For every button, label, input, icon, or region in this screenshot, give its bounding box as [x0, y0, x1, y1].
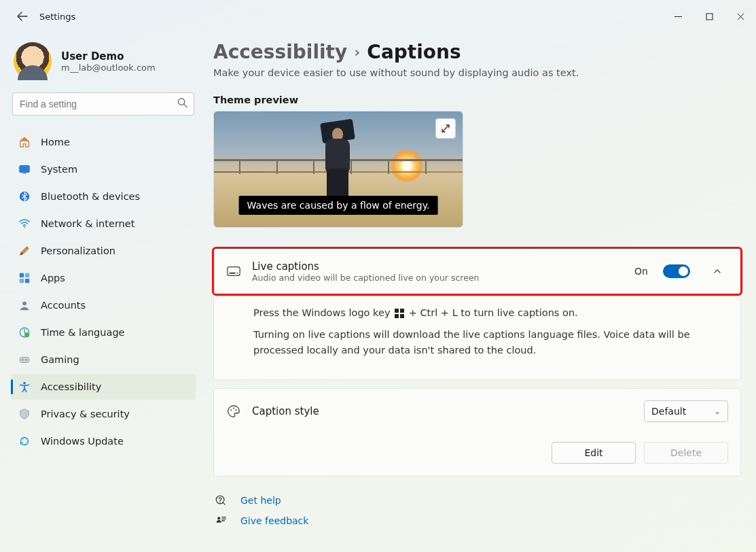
nav-item-gaming[interactable]: Gaming: [11, 347, 196, 373]
user-email: m__lab@outlook.com: [61, 63, 156, 73]
nav-item-home[interactable]: Home: [11, 129, 196, 155]
nav-label: Accessibility: [41, 381, 101, 392]
user-card[interactable]: User Demo m__lab@outlook.com: [14, 42, 196, 80]
user-name: User Demo: [61, 50, 156, 63]
get-help-link[interactable]: Get help: [240, 495, 281, 506]
svg-rect-2: [20, 166, 29, 173]
theme-preview: Waves are caused by a flow of energy.: [213, 111, 463, 228]
search-input[interactable]: [12, 92, 194, 116]
search-icon: [177, 98, 187, 111]
breadcrumb-parent[interactable]: Accessibility: [213, 41, 347, 63]
svg-point-21: [233, 408, 234, 409]
nav-label: Time & language: [41, 327, 125, 338]
svg-point-1: [178, 99, 184, 105]
nav-item-bluetooth[interactable]: Bluetooth & devices: [11, 184, 196, 209]
system-icon: [18, 163, 31, 175]
delete-button: Delete: [644, 442, 728, 464]
nav-item-system[interactable]: System: [11, 156, 196, 182]
nav: Home System Bluetooth & devices Network …: [11, 129, 196, 454]
nav-label: Personalization: [41, 245, 115, 256]
give-feedback-link[interactable]: Give feedback: [240, 515, 308, 526]
nav-label: Home: [41, 137, 70, 148]
svg-point-5: [24, 226, 25, 228]
nav-label: Network & internet: [41, 218, 134, 229]
nav-item-apps[interactable]: Apps: [11, 265, 196, 291]
nav-label: Apps: [41, 273, 65, 283]
page-subtitle: Make your device easier to use without s…: [213, 67, 741, 78]
svg-point-16: [23, 382, 26, 385]
live-captions-toggle[interactable]: [663, 264, 690, 278]
svg-point-14: [22, 360, 23, 361]
nav-item-personalization[interactable]: Personalization: [11, 238, 196, 264]
svg-rect-8: [20, 279, 24, 283]
live-captions-subtitle: Audio and video will be captioned live o…: [252, 273, 480, 283]
live-captions-body: Press the Windows logo key + Ctrl + L to…: [213, 294, 741, 380]
arrow-left-icon: [17, 11, 28, 22]
palette-icon: [226, 404, 241, 419]
live-captions-card: Live captions Audio and video will be ca…: [213, 248, 741, 294]
live-captions-header[interactable]: Live captions Audio and video will be ca…: [214, 249, 740, 294]
help-icon: [213, 494, 228, 506]
sidebar: User Demo m__lab@outlook.com Home System…: [0, 33, 204, 552]
help-links: Get help Give feedback: [213, 494, 741, 527]
maximize-icon: [706, 13, 713, 20]
clock-globe-icon: [18, 326, 31, 339]
nav-item-time[interactable]: Time & language: [11, 320, 196, 345]
live-captions-title: Live captions: [252, 260, 480, 273]
window-controls: [662, 5, 756, 27]
bluetooth-icon: [18, 190, 31, 203]
caption-style-selected: Default: [651, 406, 686, 417]
collapse-button[interactable]: [706, 260, 728, 282]
page-title: Captions: [367, 41, 461, 63]
update-icon: [18, 435, 31, 447]
svg-point-10: [22, 301, 26, 305]
nav-item-update[interactable]: Windows Update: [11, 428, 196, 454]
maximize-button[interactable]: [694, 5, 725, 27]
brush-icon: [18, 245, 31, 257]
content: Accessibility › Captions Make your devic…: [204, 33, 756, 552]
svg-rect-13: [20, 357, 29, 362]
svg-point-25: [217, 517, 220, 520]
close-button[interactable]: [725, 5, 756, 27]
shortcut-line: Press the Windows logo key + Ctrl + L to…: [253, 305, 728, 320]
window-title: Settings: [39, 12, 75, 22]
accessibility-icon: [18, 381, 31, 393]
breadcrumb: Accessibility › Captions: [213, 41, 741, 63]
svg-point-24: [219, 502, 220, 502]
avatar: [14, 42, 52, 80]
nav-item-network[interactable]: Network & internet: [11, 211, 196, 237]
toggle-state-label: On: [634, 266, 648, 277]
preview-expand-button[interactable]: [435, 118, 456, 139]
minimize-button[interactable]: [662, 5, 694, 27]
nav-item-accounts[interactable]: Accounts: [11, 292, 196, 318]
breadcrumb-chevron-icon: ›: [354, 44, 360, 61]
nav-label: Privacy & security: [41, 409, 130, 419]
apps-icon: [18, 272, 31, 284]
caption-style-select[interactable]: Default ⌄: [644, 400, 728, 422]
search-container: [12, 92, 194, 116]
chevron-down-icon: ⌄: [714, 407, 721, 416]
svg-rect-9: [25, 279, 29, 283]
svg-rect-6: [20, 273, 24, 277]
shield-icon: [18, 408, 31, 420]
minimize-icon: [674, 13, 682, 20]
svg-rect-18: [230, 273, 236, 274]
svg-rect-3: [22, 173, 26, 173]
caption-style-row: Caption style Default ⌄: [214, 389, 740, 434]
wifi-icon: [18, 218, 31, 230]
nav-item-accessibility[interactable]: Accessibility: [11, 374, 196, 400]
back-button[interactable]: [11, 5, 34, 28]
title-bar: Settings: [0, 0, 756, 33]
nav-item-privacy[interactable]: Privacy & security: [11, 401, 196, 427]
svg-point-22: [236, 410, 237, 411]
svg-rect-17: [228, 267, 240, 276]
edit-button[interactable]: Edit: [552, 442, 636, 464]
svg-rect-19: [237, 273, 238, 274]
theme-preview-label: Theme preview: [213, 94, 741, 105]
svg-point-12: [24, 332, 29, 337]
home-icon: [18, 136, 31, 148]
gamepad-icon: [18, 353, 31, 366]
windows-key-icon: [395, 309, 404, 318]
close-icon: [737, 13, 744, 20]
person-icon: [18, 299, 31, 311]
